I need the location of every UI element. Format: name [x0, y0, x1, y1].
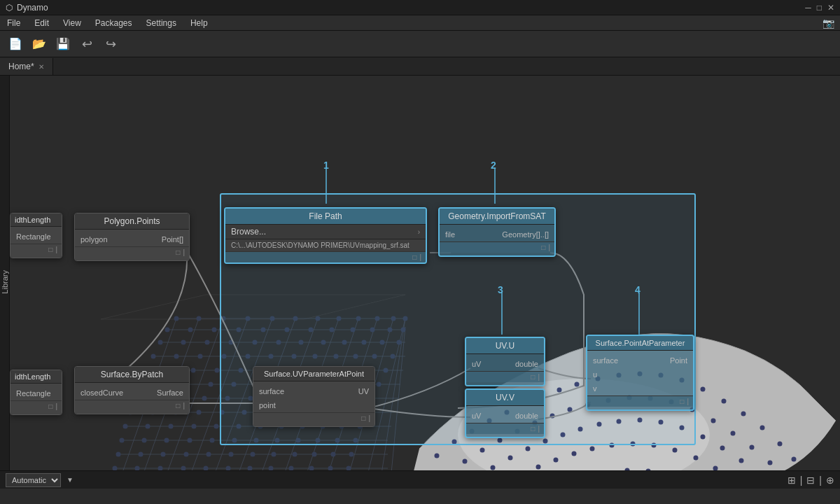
surface-uvparam-output: UV: [358, 387, 369, 396]
browse-row: Browse... ›: [225, 225, 426, 239]
svg-point-278: [701, 435, 706, 440]
svg-point-259: [711, 419, 716, 424]
svg-point-56: [181, 340, 186, 345]
geometry-import-input: file: [445, 230, 455, 239]
status-bar: Automatic Manual ▼ ⊞ | ⊟ | ⊕: [0, 470, 840, 489]
freeze-icon-sp: |: [687, 398, 689, 405]
svg-point-269: [526, 447, 531, 451]
svg-point-295: [673, 448, 678, 453]
surface-bypatch-input: closedCurve: [80, 388, 123, 397]
execution-mode-select[interactable]: Automatic Manual: [6, 473, 61, 487]
menu-help[interactable]: Help: [183, 15, 215, 30]
svg-point-55: [158, 340, 163, 345]
node-surface-pointatparam-header: Surface.PointAtParameter: [587, 336, 693, 351]
maximize-button[interactable]: □: [817, 3, 822, 13]
svg-point-44: [188, 328, 193, 332]
node-file-path-header: File Path: [225, 209, 426, 225]
app-title: Dynamo: [17, 3, 48, 13]
svg-point-57: [205, 340, 210, 345]
freeze-icon-fp: |: [419, 253, 421, 261]
node-idthlength-1-input: Rectangle: [16, 232, 51, 241]
open-button[interactable]: 📂: [29, 34, 49, 54]
tab-bar: Home* ✕: [0, 57, 840, 76]
svg-point-261: [750, 445, 755, 450]
svg-point-151: [116, 452, 121, 457]
svg-point-142: [188, 438, 192, 443]
tab-close-button[interactable]: ✕: [38, 63, 44, 71]
background-preview-icon[interactable]: ⊞: [788, 475, 796, 486]
new-button[interactable]: 📄: [6, 34, 25, 54]
node-file-path[interactable]: File Path Browse... › C:\...\AUTODESK\DY…: [224, 207, 427, 264]
menu-view[interactable]: View: [56, 15, 88, 30]
file-path-display: C:\...\AUTODESK\DYNAMO PRIMER\UVmapping_…: [225, 239, 426, 251]
node-surface-uvparam[interactable]: Surface.UVParameterAtPoint surface UV po…: [253, 366, 375, 427]
svg-point-128: [146, 424, 150, 429]
preview-icon-fp: □: [412, 253, 416, 261]
chevron-icon: ›: [418, 228, 420, 236]
undo-button[interactable]: ↩: [77, 34, 97, 54]
svg-point-94: [209, 382, 214, 387]
surface-uvparam-input2: point: [259, 401, 276, 410]
freeze-icon-uv: |: [538, 425, 540, 433]
menu-edit[interactable]: Edit: [27, 15, 56, 30]
node-surface-bypatch-header: Surface.ByPatch: [75, 367, 189, 383]
preview-icon-su: □: [361, 414, 365, 422]
svg-point-31: [174, 316, 179, 321]
freeze-icon-pp: |: [183, 248, 185, 256]
svg-point-158: [272, 452, 276, 457]
node-idthlength-1[interactable]: idthLength Rectangle □ |: [10, 213, 62, 258]
svg-point-68: [174, 354, 179, 359]
surface-bypatch-output: Surface: [157, 388, 183, 397]
minimize-button[interactable]: ─: [805, 3, 811, 13]
node-idthlength-2[interactable]: idthLength Rectangle □ |: [10, 370, 62, 415]
svg-point-289: [554, 458, 559, 463]
surface-pap-input2: u: [593, 370, 597, 379]
grid-icon[interactable]: ⊟: [806, 475, 815, 486]
main-canvas: Library ⛶ + − ⊕: [0, 76, 840, 489]
library-panel[interactable]: Library: [0, 76, 10, 489]
browse-button[interactable]: Browse...: [231, 227, 266, 237]
node-polygon-points-header: Polygon.Points: [75, 214, 189, 230]
polygon-points-output: Point[]: [162, 235, 183, 244]
svg-point-118: [197, 410, 202, 415]
preview-icon-gi: □: [541, 244, 545, 251]
menu-bar: File Edit View Packages Settings Help 📷: [0, 15, 840, 31]
node-number-1: 1: [323, 160, 329, 171]
svg-point-156: [229, 452, 234, 457]
svg-point-240: [741, 412, 746, 416]
settings-icon[interactable]: ⊕: [826, 475, 834, 486]
freeze-icon-gi: |: [548, 244, 550, 251]
svg-point-45: [212, 328, 217, 332]
geometry-import-output: Geometry[]..[]: [502, 230, 549, 239]
svg-point-241: [760, 426, 765, 430]
tab-home[interactable]: Home* ✕: [0, 58, 53, 75]
svg-point-32: [197, 316, 202, 321]
node-polygon-points[interactable]: Polygon.Points polygon Point[] □ |: [74, 213, 190, 261]
node-uv-v[interactable]: UV.V uV double □ |: [465, 388, 545, 438]
node-surface-bypatch[interactable]: Surface.ByPatch closedCurve Surface □ |: [74, 366, 190, 414]
svg-point-81: [191, 368, 196, 373]
svg-point-161: [331, 452, 336, 457]
save-button[interactable]: 💾: [53, 34, 73, 54]
menu-settings[interactable]: Settings: [139, 15, 183, 30]
node-geometry-import-header: Geometry.ImportFromSAT: [440, 209, 554, 225]
node-geometry-import[interactable]: Geometry.ImportFromSAT file Geometry[]..…: [438, 207, 556, 257]
freeze-icon-uu: |: [538, 373, 540, 381]
screenshot-button[interactable]: 📷: [822, 18, 834, 29]
svg-point-69: [198, 354, 203, 359]
menu-packages[interactable]: Packages: [88, 15, 139, 30]
svg-point-246: [463, 459, 468, 464]
svg-point-143: [210, 438, 215, 443]
svg-point-160: [312, 452, 317, 457]
surface-pap-output: Point: [670, 356, 687, 365]
close-button[interactable]: ✕: [827, 3, 834, 13]
svg-point-153: [161, 452, 166, 457]
svg-point-130: [192, 424, 197, 429]
node-surface-pointatparam[interactable]: Surface.PointAtParameter surface Point u…: [586, 335, 694, 411]
svg-point-247: [480, 448, 485, 453]
redo-button[interactable]: ↪: [101, 34, 120, 54]
menu-file[interactable]: File: [0, 15, 27, 30]
uv-u-input: uV: [472, 360, 481, 368]
node-uv-u[interactable]: UV.U uV double □ |: [465, 337, 545, 386]
uv-v-output: double: [515, 412, 538, 420]
